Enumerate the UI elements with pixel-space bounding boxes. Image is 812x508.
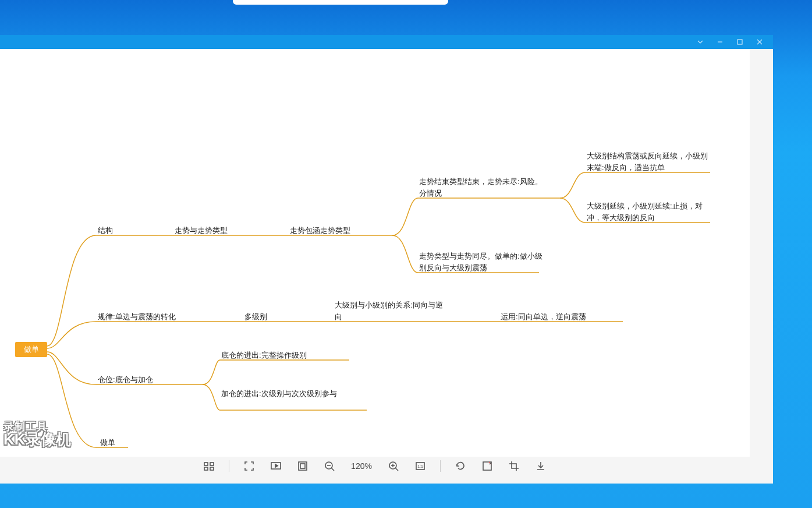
- fullscreen-icon[interactable]: [242, 459, 256, 473]
- mindmap-connectors: [0, 49, 750, 457]
- slideshow-icon[interactable]: [269, 459, 283, 473]
- root-label: 做单: [24, 344, 39, 355]
- svg-rect-7: [300, 464, 305, 468]
- window-maximize-button[interactable]: [730, 35, 750, 49]
- node-place-order[interactable]: 做单: [100, 437, 115, 449]
- separator: [229, 460, 229, 472]
- svg-rect-3: [204, 467, 208, 470]
- node-structure[interactable]: 结构: [98, 225, 113, 237]
- svg-rect-2: [210, 463, 214, 465]
- crop-icon[interactable]: [507, 459, 521, 473]
- node-trend-end-risk[interactable]: 走势结束类型结束，走势未尽:风险。分情况: [419, 176, 547, 199]
- separator: [440, 460, 441, 472]
- node-level-relation[interactable]: 大级别与小级别的关系:同向与逆向: [335, 299, 445, 322]
- thumbnail-grid-icon[interactable]: [202, 459, 216, 473]
- zoom-out-icon[interactable]: [322, 459, 336, 473]
- node-trend-contains-type[interactable]: 走势包涵走势类型: [290, 225, 350, 237]
- window-dropdown-button[interactable]: [690, 35, 710, 49]
- svg-text:1:1: 1:1: [417, 464, 423, 468]
- window-close-button[interactable]: [750, 35, 770, 49]
- edit-icon[interactable]: [480, 459, 494, 473]
- svg-rect-6: [299, 462, 307, 470]
- zoom-percentage[interactable]: 120%: [349, 461, 374, 471]
- mindmap-root-node[interactable]: 做单: [15, 342, 47, 357]
- titlebar: [0, 35, 773, 49]
- svg-rect-4: [210, 467, 214, 470]
- node-type-trend-same-end[interactable]: 走势类型与走势同尽。做单的:做小级别反向与大级别震荡: [419, 251, 547, 273]
- top-address-bar-remnant: [233, 0, 448, 5]
- node-base-pos[interactable]: 底仓的进出:完整操作级别: [221, 350, 307, 361]
- zoom-in-icon[interactable]: [387, 459, 400, 473]
- mindmap-canvas[interactable]: 做单 结构 走势与走势类型 走势包涵走势类型 走势结束类型结束，走势未尽:风险。…: [0, 49, 750, 457]
- node-position[interactable]: 仓位:底仓与加仓: [98, 374, 153, 386]
- node-trend-and-type[interactable]: 走势与走势类型: [175, 225, 228, 237]
- viewer-window: 做单 结构 走势与走势类型 走势包涵走势类型 走势结束类型结束，走势未尽:风险。…: [0, 35, 773, 484]
- svg-rect-0: [737, 40, 742, 44]
- actual-size-icon[interactable]: 1:1: [413, 459, 427, 473]
- node-multi-level[interactable]: 多级别: [244, 311, 267, 323]
- viewer-toolbar: 120% 1:1: [0, 454, 750, 478]
- node-add-pos[interactable]: 加仓的进出:次级别与次次级别参与: [221, 388, 349, 400]
- node-apply-same-opposite[interactable]: 运用:同向单边，逆向震荡: [501, 311, 586, 323]
- node-large-oscillate[interactable]: 大级别结构震荡或反向延续，小级别末端:做反向，适当抗单: [587, 150, 715, 173]
- node-large-continue[interactable]: 大级别延续，小级别延续:止损，对冲，等大级别的反向: [587, 200, 715, 223]
- fit-window-icon[interactable]: [296, 459, 310, 473]
- window-minimize-button[interactable]: [710, 35, 730, 49]
- rotate-icon[interactable]: [453, 459, 467, 473]
- svg-rect-1: [204, 463, 208, 465]
- node-rule-oneside-oscillate[interactable]: 规律:单边与震荡的转化: [98, 311, 176, 323]
- download-icon[interactable]: [534, 459, 548, 473]
